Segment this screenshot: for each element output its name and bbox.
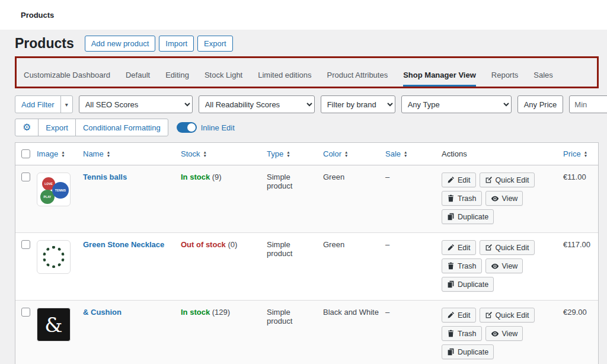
row-checkbox[interactable] (21, 240, 30, 249)
select-all-checkbox[interactable] (21, 149, 30, 158)
price-cell: €11.00 (563, 173, 598, 224)
stock-cell: In stock (129) (181, 308, 267, 359)
action-label: Quick Edit (496, 311, 529, 320)
image-cell: LOVEPLAYTENNIS (37, 173, 83, 224)
table-row: && CushionIn stock (129)Simple productBl… (15, 301, 598, 364)
trash-button[interactable]: Trash (442, 326, 482, 341)
sort-icon[interactable]: ▲▼ (584, 151, 587, 157)
duplicate-icon (447, 213, 455, 221)
product-name-link[interactable]: Tennis balls (83, 173, 127, 181)
min-price-input[interactable]: Min ▲ ▼ (569, 95, 607, 113)
image-cell (37, 240, 83, 292)
product-price: €29.00 (563, 308, 587, 317)
row-checkbox[interactable] (21, 173, 30, 181)
add-new-product-button[interactable]: Add new product (85, 36, 156, 52)
view-button[interactable]: View (485, 191, 523, 206)
tab-stock-light[interactable]: Stock Light (205, 71, 242, 87)
tab-customizable-dashboard[interactable]: Customizable Dashboard (24, 71, 110, 87)
column-header-image[interactable]: Image (37, 149, 58, 158)
settings-button[interactable]: ⚙ (15, 119, 39, 136)
view-button[interactable]: View (485, 258, 523, 273)
column-header-type[interactable]: Type (267, 149, 283, 158)
edit-button[interactable]: Edit (442, 173, 476, 187)
stock-cell: In stock (9) (181, 173, 267, 224)
page-content: Products Add new productImportExport Cus… (0, 30, 599, 364)
sort-icon[interactable]: ▲▼ (404, 151, 407, 157)
tab-default[interactable]: Default (126, 71, 150, 87)
tab-limited-editions[interactable]: Limited editions (258, 71, 311, 87)
column-header-name[interactable]: Name (83, 149, 104, 158)
trash-button[interactable]: Trash (442, 191, 482, 206)
column-header-price[interactable]: Price (563, 149, 581, 158)
tab-reports[interactable]: Reports (491, 71, 519, 87)
filter-select-all-seo-scores[interactable]: All SEO Scores (79, 95, 193, 113)
action-label: Quick Edit (496, 176, 529, 184)
edit-button[interactable]: Edit (442, 308, 476, 323)
select-all-cell (15, 149, 37, 158)
product-name-link[interactable]: & Cushion (83, 308, 122, 317)
trash-icon (447, 262, 455, 270)
toggle-switch-on[interactable] (177, 122, 197, 133)
duplicate-button[interactable]: Duplicate (442, 277, 494, 292)
duplicate-button[interactable]: Duplicate (442, 209, 494, 224)
export-button[interactable]: Export (197, 36, 233, 52)
export-table-button[interactable]: Export (38, 119, 76, 136)
column-header-cell: Sale▲▼ (385, 149, 442, 158)
stock-status: In stock (181, 173, 210, 181)
add-filter-label[interactable]: Add Filter (15, 96, 60, 113)
actions-cell: EditQuick EditTrashViewDuplicate (442, 173, 563, 224)
tab-shop-manager-view[interactable]: Shop Manager View (403, 71, 476, 87)
view-button[interactable]: View (485, 326, 523, 341)
action-label: Quick Edit (496, 244, 529, 252)
tab-editing[interactable]: Editing (165, 71, 189, 87)
necklace-ring (43, 246, 65, 268)
sort-icon[interactable]: ▲▼ (203, 151, 207, 157)
column-header-cell: Actions (442, 149, 563, 158)
price-cell: €117.00 (563, 240, 598, 292)
import-button[interactable]: Import (159, 36, 194, 52)
type-cell: Simple product (267, 173, 323, 224)
product-price: €11.00 (563, 173, 586, 181)
image-cell: & (37, 308, 83, 359)
page-title: Products (15, 36, 74, 52)
any-price-dropdown[interactable]: Any Price (517, 95, 564, 113)
column-header-color[interactable]: Color (323, 149, 341, 158)
sale-cell: – (385, 240, 442, 292)
row-checkbox[interactable] (21, 308, 30, 317)
column-header-actions: Actions (442, 149, 467, 158)
column-header-cell: Type▲▼ (267, 149, 323, 158)
action-label: Duplicate (458, 280, 488, 289)
sort-icon[interactable]: ▲▼ (61, 151, 65, 157)
column-header-sale[interactable]: Sale (385, 149, 401, 158)
filter-select-any-type[interactable]: Any Type (401, 95, 512, 113)
inline-edit-toggle[interactable]: Inline Edit (177, 122, 235, 133)
duplicate-button[interactable]: Duplicate (442, 344, 494, 359)
color-cell: Green (323, 240, 385, 292)
color-cell: Green (323, 173, 385, 224)
column-header-cell: Stock▲▼ (181, 149, 267, 158)
add-filter-button[interactable]: Add Filter ▾ (15, 95, 73, 113)
trash-icon (447, 194, 455, 202)
filter-select-filter-by-brand[interactable]: Filter by brand (321, 95, 395, 113)
product-name-link[interactable]: Green Stone Necklace (83, 240, 164, 249)
stock-status: Out of stock (181, 240, 226, 249)
column-header-stock[interactable]: Stock (181, 149, 200, 158)
caret-down-icon[interactable]: ▾ (60, 96, 72, 113)
trash-button[interactable]: Trash (442, 258, 482, 273)
sort-icon[interactable]: ▲▼ (344, 151, 348, 157)
tab-product-attributes[interactable]: Product Attributes (327, 71, 388, 87)
quick-edit-button[interactable]: Quick Edit (480, 240, 535, 255)
filter-select-all-readability-scores[interactable]: All Readability Scores (199, 95, 315, 113)
edit-button[interactable]: Edit (442, 240, 476, 255)
conditional-formatting-button[interactable]: Conditional Formatting (75, 119, 168, 136)
name-cell: & Cushion (83, 308, 181, 359)
tab-sales[interactable]: Sales (533, 71, 553, 87)
sort-icon[interactable]: ▲▼ (286, 151, 290, 157)
quick-edit-button[interactable]: Quick Edit (480, 308, 535, 323)
price-cell: €29.00 (563, 308, 598, 359)
row-select-cell (15, 240, 37, 292)
quick-edit-button[interactable]: Quick Edit (480, 173, 535, 187)
sort-icon[interactable]: ▲▼ (107, 151, 110, 157)
eye-icon (491, 330, 499, 338)
table-header: Image▲▼Name▲▼Stock▲▼Type▲▼Color▲▼Sale▲▼A… (15, 143, 598, 165)
